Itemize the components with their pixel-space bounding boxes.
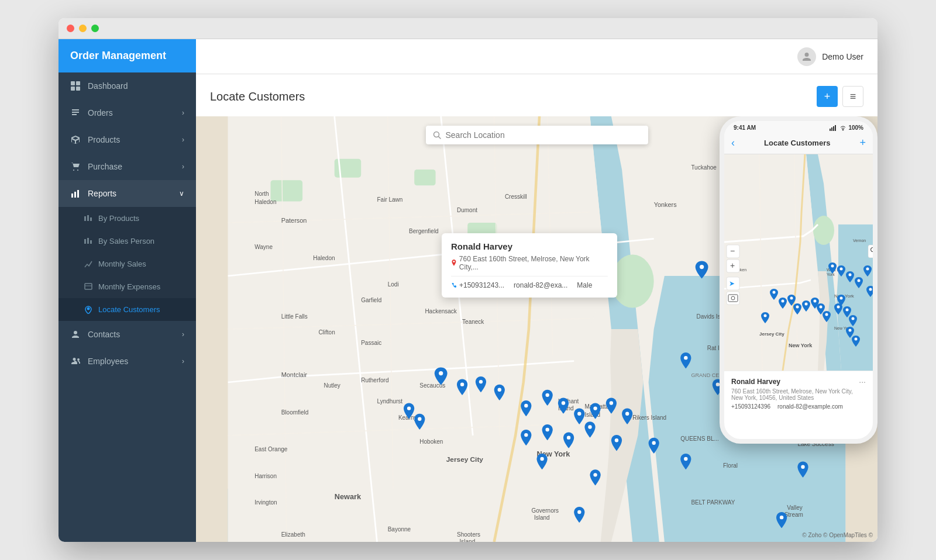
svg-text:Elizabeth: Elizabeth (281, 531, 305, 538)
svg-point-92 (562, 401, 565, 405)
svg-point-98 (567, 435, 570, 439)
svg-point-101 (615, 438, 618, 442)
subnav-locate-customers[interactable]: Locate Customers (58, 298, 196, 321)
menu-button[interactable]: ≡ (842, 86, 863, 107)
subnav-monthly-sales[interactable]: Monthly Sales (58, 253, 196, 275)
svg-text:Hoboken: Hoboken (419, 438, 443, 445)
wifi-icon (840, 125, 846, 131)
products-chevron: › (182, 136, 184, 144)
sidebar-label-contacts: Contacts (88, 330, 120, 339)
svg-text:Rikers Island: Rikers Island (632, 414, 666, 421)
orders-icon (70, 108, 81, 118)
reports-icon (70, 188, 81, 199)
svg-point-146 (869, 288, 872, 291)
reports-subnav: By Products By Sales Person (58, 207, 196, 321)
svg-text:Wayne: Wayne (254, 244, 273, 251)
employees-chevron: › (182, 357, 184, 365)
svg-point-147 (849, 329, 852, 332)
search-icon (433, 131, 441, 139)
customer-popup: Ronald Harvey 760 East 160th Street, Mel… (442, 233, 617, 298)
svg-point-103 (684, 457, 687, 461)
sidebar-item-dashboard[interactable]: Dashboard (58, 72, 196, 99)
phone-plus-icon[interactable]: + (859, 137, 866, 149)
svg-point-97 (588, 425, 591, 428)
phone-customer-name: Ronald Harvey (731, 378, 780, 386)
svg-text:Teaneck: Teaneck (462, 319, 484, 325)
svg-text:North: North (254, 191, 269, 198)
map-copyright: © Zoho © OpenMapTiles © (802, 532, 873, 538)
svg-rect-117 (835, 125, 836, 131)
sidebar-item-employees[interactable]: Employees › (58, 348, 196, 375)
svg-rect-12 (90, 240, 92, 244)
maximize-button[interactable] (91, 25, 99, 32)
phone-customer-name-row: Ronald Harvey ··· (731, 377, 866, 386)
subnav-by-products[interactable]: By Products (58, 207, 196, 230)
svg-point-138 (840, 297, 843, 300)
svg-point-107 (801, 465, 804, 469)
svg-point-141 (831, 265, 834, 268)
page-title: Locate Customers (210, 90, 305, 103)
svg-text:➤: ➤ (729, 279, 735, 288)
svg-rect-0 (71, 81, 75, 85)
svg-point-149 (764, 314, 767, 317)
svg-text:Hackensack: Hackensack (425, 308, 457, 314)
svg-rect-10 (84, 239, 86, 244)
sidebar-item-purchase[interactable]: Purchase › (58, 153, 196, 180)
svg-text:Jersey City: Jersey City (759, 331, 784, 337)
phone-back-icon[interactable]: ‹ (731, 137, 735, 149)
map-area[interactable]: Paterson Fair Lawn Haledon Wayne North H… (196, 116, 878, 542)
svg-text:Paterson: Paterson (281, 217, 307, 224)
app-window: Order Management Dashboard (58, 18, 878, 542)
sidebar-item-contacts[interactable]: Contacts › (58, 321, 196, 348)
svg-point-94 (593, 406, 597, 410)
address-location-icon (451, 260, 457, 267)
phone-mockup: 9:41 AM (720, 116, 878, 444)
subnav-monthly-expenses[interactable]: Monthly Expenses (58, 275, 196, 298)
user-name: Demo User (822, 52, 863, 61)
phone-more-icon[interactable]: ··· (859, 377, 866, 386)
svg-text:Rutherford: Rutherford (361, 377, 388, 383)
contacts-icon (70, 329, 81, 340)
svg-rect-6 (77, 190, 79, 198)
map-search-bar[interactable] (426, 126, 648, 144)
svg-point-145 (866, 268, 869, 271)
svg-text:Floral: Floral (723, 462, 738, 469)
sidebar-item-products[interactable]: Products › (58, 126, 196, 153)
minimize-button[interactable] (79, 25, 87, 32)
svg-rect-5 (74, 192, 76, 198)
svg-text:Clifton: Clifton (318, 329, 335, 336)
svg-point-131 (790, 297, 793, 300)
svg-point-16 (611, 255, 654, 308)
svg-point-100 (524, 433, 528, 437)
svg-point-134 (814, 300, 817, 303)
svg-text:Jersey City: Jersey City (446, 455, 484, 464)
header-actions: + ≡ (817, 86, 863, 107)
add-button[interactable]: + (817, 86, 838, 107)
search-location-input[interactable] (446, 130, 641, 140)
svg-point-89 (418, 417, 421, 421)
customer-name: Ronald Harvey (451, 241, 608, 251)
svg-point-84 (439, 371, 443, 375)
purchase-chevron: › (182, 163, 184, 171)
main-content: Demo User Locate Customers + ≡ (196, 39, 878, 542)
sidebar-item-orders[interactable]: Orders › (58, 99, 196, 126)
svg-point-132 (796, 306, 799, 309)
sidebar-label-products: Products (88, 135, 120, 144)
svg-text:Montclair: Montclair (281, 371, 308, 378)
svg-text:Stream: Stream (784, 511, 803, 518)
svg-point-95 (610, 401, 613, 405)
svg-point-83 (700, 265, 704, 269)
svg-point-91 (546, 393, 549, 397)
svg-text:Irvington: Irvington (254, 499, 277, 506)
app-container: Order Management Dashboard (58, 39, 878, 542)
svg-point-87 (498, 388, 501, 392)
subnav-by-sales-person[interactable]: By Sales Person (58, 230, 196, 253)
svg-rect-4 (71, 193, 73, 198)
svg-point-88 (407, 406, 411, 410)
sidebar-item-reports[interactable]: Reports ∨ (58, 180, 196, 207)
svg-rect-8 (87, 215, 89, 221)
close-button[interactable] (67, 25, 74, 32)
svg-point-104 (684, 356, 687, 359)
svg-text:Newark: Newark (335, 492, 362, 501)
reports-chevron: ∨ (179, 189, 184, 198)
